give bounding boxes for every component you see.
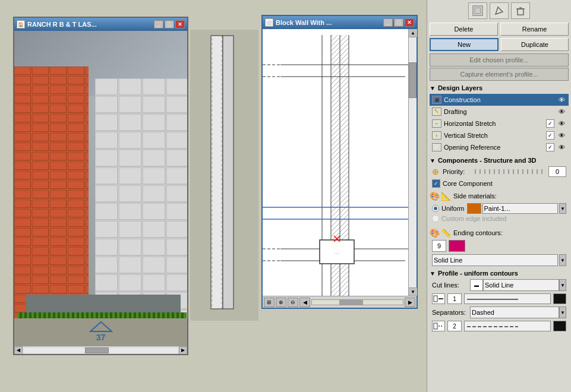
ending-count-value[interactable]: 9 (432, 240, 446, 252)
svg-rect-42 (434, 296, 437, 302)
edit-profile-button[interactable]: Edit chosen profile... (430, 53, 569, 67)
core-component-checkbox[interactable]: ✓ (432, 179, 440, 188)
capture-profile-button[interactable]: Capture element's profile... (430, 68, 569, 81)
side-mat-icons: 🎨 📐 (430, 191, 451, 201)
vstretch-check[interactable]: ✓ (546, 131, 554, 140)
construction-layer-icon: ⬛ (432, 96, 441, 104)
cut-line-arrow[interactable]: ▼ (559, 279, 566, 291)
profile-section: ▼ Profile - uniform contours Cut lines: … (430, 270, 569, 334)
ending-line-style-select[interactable]: Solid Line (432, 254, 558, 266)
delete-icon-btn[interactable] (511, 2, 530, 19)
material-dropdown-arrow[interactable]: ▼ (559, 203, 566, 214)
cut-line-style-group[interactable]: ▬ Solid Line ▼ (470, 279, 566, 291)
mid-minimize-btn[interactable]: _ (383, 18, 393, 27)
sep-preview-box1 (432, 321, 445, 331)
mid-close-btn[interactable]: ✕ (405, 18, 414, 27)
hstretch-eye-icon[interactable]: 👁 (557, 119, 566, 128)
priority-value[interactable]: 0 (548, 166, 566, 177)
profile-icon-btn[interactable] (468, 2, 487, 19)
rename-button[interactable]: Rename (500, 23, 569, 36)
mid-win-icon: ⬜ (265, 18, 273, 27)
uniform-radio[interactable] (432, 205, 439, 212)
page-number: 37 (89, 333, 113, 342)
left-minimize-btn[interactable]: _ (154, 20, 163, 29)
priority-label: Priority: (443, 168, 472, 175)
core-component-row: ✓ Core Component (430, 179, 569, 188)
hscroll-right-btn[interactable]: ▶ (179, 346, 187, 355)
priority-row: ⊕ Priority: 0 (430, 166, 569, 177)
sep-icon-svg (433, 323, 444, 330)
svg-rect-10 (211, 36, 223, 309)
side-materials-header: 🎨 📐 Side materials: (430, 191, 569, 201)
zoom-in-btn[interactable]: ⊕ (276, 298, 286, 307)
cut-line-select-wrapper[interactable]: ▬ Solid Line ▼ (470, 279, 566, 291)
ending-line-style-arrow[interactable]: ▼ (559, 254, 566, 266)
left-close-btn[interactable]: ✕ (175, 20, 185, 29)
layer-item-openingref[interactable]: ⬜ Opening Reference ✓ 👁 (430, 141, 569, 153)
duplicate-button[interactable]: Duplicate (501, 38, 569, 51)
svg-rect-2 (14, 67, 89, 328)
separators-row: Separators: Dashed ▼ (430, 306, 569, 318)
mid-vscroll-down-btn[interactable]: ▼ (409, 287, 417, 296)
left-win-controls[interactable]: _ □ ✕ (154, 20, 185, 29)
concrete-pattern-svg (95, 78, 187, 328)
priority-slider[interactable] (475, 169, 546, 174)
mid-maximize-btn[interactable]: □ (394, 18, 403, 27)
vstretch-eye-icon[interactable]: 👁 (557, 131, 566, 140)
material-color-swatch[interactable] (467, 203, 481, 214)
hstretch-layer-icon: ↔ (432, 119, 441, 128)
separator-count[interactable]: 2 (447, 321, 462, 331)
material-name: Paint-1... (482, 203, 558, 214)
left-hscrollbar[interactable]: ◀ ▶ (14, 346, 187, 354)
layer-item-vstretch[interactable]: ↕ Vertical Stretch ✓ 👁 (430, 129, 569, 141)
side-mat-icon1: 🎨 (430, 191, 440, 201)
side-materials-section: 🎨 📐 Side materials: Uniform Paint-1... ▼… (430, 191, 569, 225)
layer-item-construction[interactable]: ⬛ Construction 👁 (430, 94, 569, 106)
drafting-layer-icon: ✏️ (432, 108, 441, 116)
mid-toolbar: ⊞ ⊕ ⊖ ◀ ▶ (263, 296, 417, 308)
separator-style-arrow[interactable]: ▼ (559, 306, 566, 318)
hscroll-thumb[interactable] (85, 347, 109, 353)
drafting-eye-icon[interactable]: 👁 (557, 108, 566, 116)
material-dropdown[interactable]: Paint-1... ▼ (467, 203, 566, 214)
cut-line-preview-icon: ▬ (470, 279, 483, 291)
hscroll-track[interactable] (23, 347, 178, 353)
pan-right-btn[interactable]: ▶ (405, 298, 415, 307)
hstretch-check[interactable]: ✓ (546, 119, 554, 128)
pan-left-btn[interactable]: ◀ (299, 298, 310, 307)
mid-win-controls[interactable]: _ □ ✕ (383, 18, 414, 27)
mid-title: Block Wall With ... (276, 19, 332, 26)
left-maximize-btn[interactable]: □ (165, 20, 174, 29)
brick-pattern-svg (14, 67, 89, 328)
mid-drawing-area: ... (263, 29, 417, 296)
mid-vscroll-up-btn[interactable]: ▲ (409, 29, 417, 37)
mid-vscroll[interactable]: ▲ ▼ (408, 29, 417, 296)
left-viewport-window: 🏠 RANCH R B & T LAS... _ □ ✕ (13, 17, 188, 355)
delete-button[interactable]: Delete (430, 23, 498, 36)
components-header: ▼ Components - Structure and 3D (430, 157, 569, 164)
hscroll-bar[interactable] (311, 299, 403, 305)
vstretch-layer-name: Vertical Stretch (444, 132, 544, 139)
side-materials-label: Side materials: (453, 192, 497, 200)
zoom-fit-btn[interactable]: ⊞ (264, 298, 275, 307)
openingref-check[interactable]: ✓ (546, 143, 554, 151)
ending-color-swatch[interactable] (449, 240, 465, 252)
edit-icon-btn[interactable] (490, 2, 509, 19)
construction-eye-icon[interactable]: 👁 (557, 96, 566, 104)
gap-drawing-svg (190, 30, 258, 321)
mid-vscroll-track[interactable] (409, 37, 417, 287)
separator-select-wrapper[interactable]: Dashed ▼ (470, 306, 566, 318)
ending-line-style-row[interactable]: Solid Line ▼ (430, 254, 569, 266)
zoom-out-btn[interactable]: ⊖ (288, 298, 298, 307)
custom-edge-radio[interactable] (432, 215, 439, 222)
profile-arrow[interactable]: ▼ (430, 270, 436, 277)
components-arrow[interactable]: ▼ (430, 157, 436, 164)
design-layers-arrow[interactable]: ▼ (430, 85, 436, 91)
new-button[interactable]: New (430, 38, 499, 51)
layer-item-hstretch[interactable]: ↔ Horizontal Stretch ✓ 👁 (430, 118, 569, 129)
mid-vscroll-thumb[interactable] (409, 62, 417, 98)
hscroll-left-btn[interactable]: ◀ (14, 346, 23, 355)
cut-line-count[interactable]: 1 (447, 293, 462, 304)
openingref-eye-icon[interactable]: 👁 (557, 143, 566, 151)
layer-item-drafting[interactable]: ✏️ Drafting 👁 (430, 106, 569, 118)
